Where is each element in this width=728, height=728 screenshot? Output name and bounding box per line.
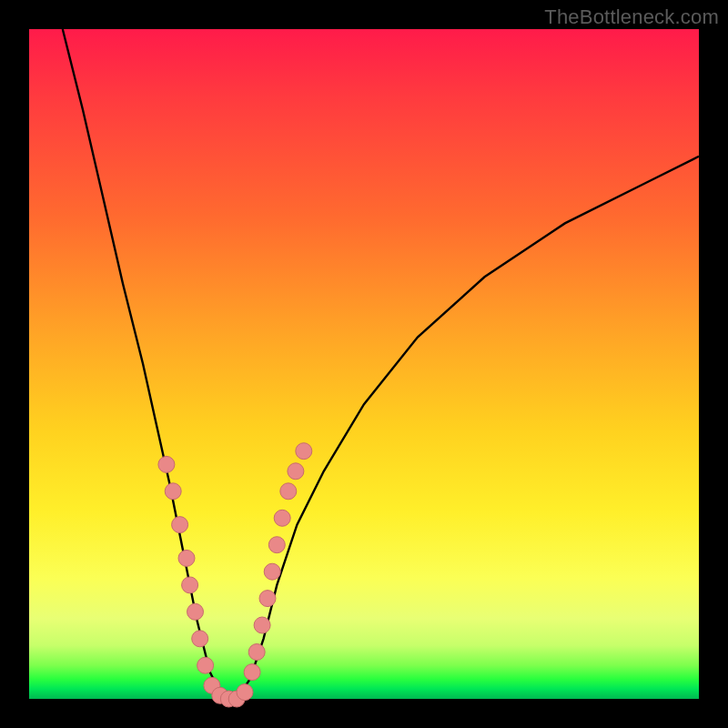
marker-dot [244,664,260,681]
marker-dot [172,517,188,533]
outer-frame: TheBottleneck.com [0,0,728,728]
plot-area [29,29,699,699]
marker-dot [259,591,276,607]
marker-layer [158,443,312,707]
marker-dot [274,510,290,526]
marker-dot [254,617,270,633]
marker-dot [296,443,312,460]
marker-dot [237,684,253,701]
bottleneck-curve [63,29,699,699]
marker-dot [192,631,208,647]
marker-dot [182,577,198,593]
chart-svg [29,29,699,699]
marker-dot [197,657,214,673]
marker-dot [288,463,304,480]
marker-dot [178,550,195,566]
watermark-text: TheBottleneck.com [544,5,719,29]
marker-dot [264,563,280,580]
marker-dot [165,483,181,500]
marker-dot [248,644,265,661]
marker-dot [158,456,175,472]
curve-layer [63,29,699,699]
marker-dot [280,483,297,500]
marker-dot [268,537,285,553]
marker-dot [187,603,204,620]
